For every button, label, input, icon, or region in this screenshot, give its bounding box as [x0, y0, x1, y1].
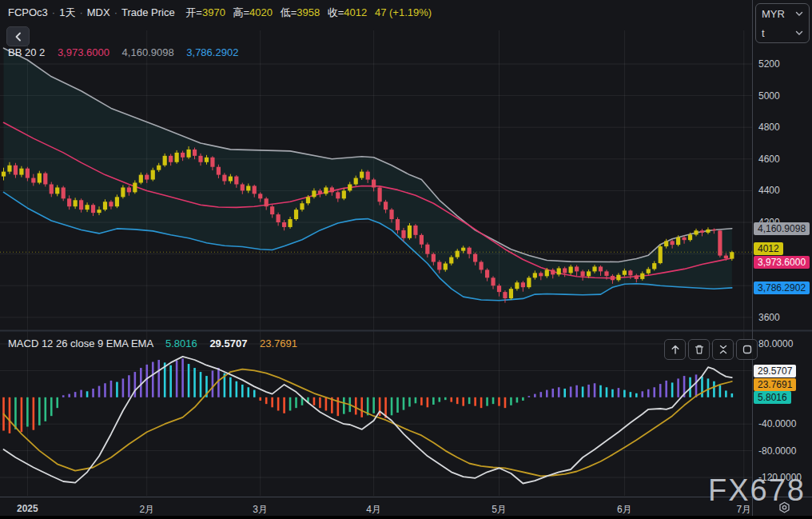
open-label: 开=	[185, 6, 202, 18]
time-label-2025: 2025	[17, 503, 38, 514]
macd-value-label: 29.5707	[754, 365, 796, 377]
chevron-down-icon	[795, 30, 803, 36]
trash-icon	[694, 344, 705, 355]
low-label: 低=	[281, 6, 297, 18]
chevron-left-icon	[13, 31, 24, 42]
change-value: 47 (+1.19%)	[375, 6, 432, 18]
symbol-legend[interactable]: FCPOc3·1天·MDX·Trade Price 开=3970 高=4020 …	[8, 6, 432, 20]
macd-tick: 80.0000	[758, 338, 793, 349]
back-button[interactable]	[6, 26, 30, 46]
collapse-icon	[718, 344, 729, 355]
collapse-pane-button[interactable]	[712, 339, 734, 360]
chart-canvas[interactable]	[0, 0, 812, 519]
currency-value: MYR	[762, 8, 785, 20]
open-value: 3970	[202, 6, 225, 18]
macd-legend[interactable]: MACD 12 26 close 9 EMA EMA 5.8016 29.570…	[8, 337, 297, 349]
separator-dot: ·	[79, 6, 82, 18]
macd-label: MACD 12 26 close 9 EMA EMA	[8, 337, 153, 349]
macd-hist-value: 5.8016	[165, 337, 197, 349]
bb-label: BB 20 2	[8, 46, 45, 58]
macd-tick: -40.0000	[758, 418, 796, 429]
time-label-2月: 2月	[139, 503, 154, 517]
unit-dropdown[interactable]: t	[756, 23, 809, 42]
macd-line-value: 29.5707	[209, 337, 247, 349]
time-label-6月: 6月	[617, 503, 632, 517]
currency-dropdown[interactable]: MYR	[756, 4, 809, 23]
exchange: MDX	[87, 6, 110, 18]
bollinger-legend[interactable]: BB 20 2 3,973.6000 4,160.9098 3,786.2902	[8, 46, 238, 58]
arrow-up-icon	[670, 344, 681, 355]
maximize-icon	[742, 344, 753, 355]
time-label-4月: 4月	[366, 503, 381, 517]
axis-unit-selector: MYR t	[755, 3, 810, 43]
price-tick: 4400	[758, 185, 780, 196]
bb-mid-price-label: 3,973.6000	[754, 256, 810, 269]
time-label-3月: 3月	[253, 503, 268, 517]
separator-dot: ·	[114, 6, 117, 18]
bb-lower-price-label: 3,786.2902	[754, 281, 810, 294]
low-value: 3958	[297, 6, 320, 18]
hist-value-label: 5.8016	[754, 391, 791, 404]
close-label: 收=	[328, 6, 344, 18]
bottom-strip	[0, 516, 812, 519]
bb-upper-value: 4,160.9098	[122, 46, 174, 58]
trading-chart-app: FCPOc3·1天·MDX·Trade Price 开=3970 高=4020 …	[0, 0, 812, 519]
unit-value: t	[762, 27, 765, 39]
pane-toolbar	[664, 339, 758, 360]
bb-mid-value: 3,973.6000	[58, 46, 109, 58]
symbol-name[interactable]: FCPOc3	[8, 6, 48, 18]
watermark: FX678	[708, 473, 806, 508]
price-tick: 4800	[758, 122, 780, 133]
price-tick: 3600	[758, 312, 780, 323]
close-value: 4012	[344, 6, 367, 18]
bb-lower-value: 3,786.2902	[186, 46, 238, 58]
price-tick: 5000	[758, 90, 780, 102]
move-pane-up-button[interactable]	[664, 339, 686, 360]
last-price-label: 4012	[754, 242, 783, 255]
macd-tick: -80.0000	[758, 445, 796, 457]
high-label: 高=	[233, 6, 249, 18]
price-tick: 5200	[758, 58, 780, 70]
interval[interactable]: 1天	[59, 6, 75, 18]
high-value: 4020	[249, 6, 273, 18]
delete-pane-button[interactable]	[688, 339, 710, 360]
macd-signal-value: 23.7691	[260, 337, 297, 349]
series-type: Trade Price	[121, 6, 175, 18]
maximize-pane-button[interactable]	[736, 339, 758, 360]
time-label-5月: 5月	[492, 503, 507, 517]
separator-dot: ·	[52, 6, 55, 18]
signal-value-label: 23.7691	[754, 378, 796, 391]
price-tick: 4600	[758, 154, 780, 165]
chevron-down-icon	[795, 11, 803, 17]
bb-upper-price-label: 4,160.9098	[754, 222, 810, 235]
